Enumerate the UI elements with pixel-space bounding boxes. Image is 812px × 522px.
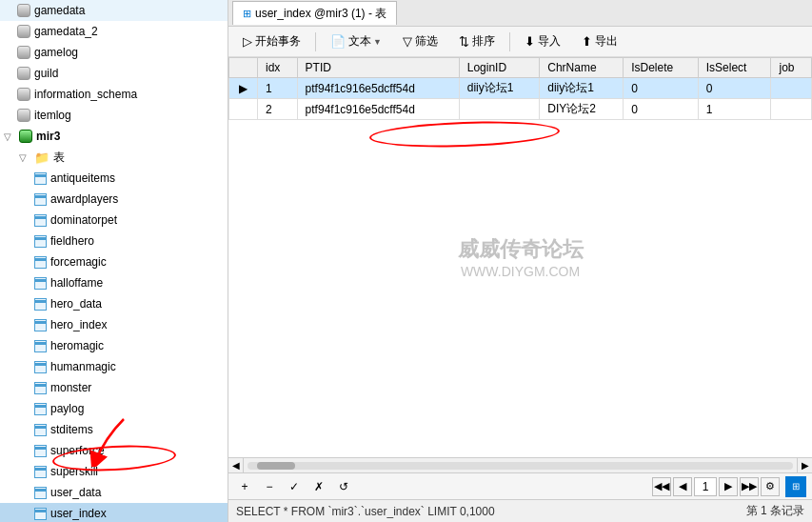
cell-isdelete[interactable]: 0	[624, 78, 699, 99]
sidebar-label: paylog	[50, 402, 84, 415]
sidebar-item-gamedata[interactable]: gamedata	[0, 0, 228, 21]
import-button[interactable]: ⬇ 导入	[516, 30, 569, 53]
sidebar-item-gamedata_2[interactable]: gamedata_2	[0, 21, 228, 42]
sidebar-item-stditems[interactable]: stditems	[0, 419, 228, 440]
sidebar-label: halloffame	[50, 276, 103, 290]
table-icon	[34, 403, 47, 415]
scroll-right-btn[interactable]: ▶	[797, 458, 812, 473]
cell-chrname[interactable]: DIY论坛2	[540, 99, 624, 120]
check-button[interactable]: ✓	[284, 476, 305, 497]
cell-isselect[interactable]: 0	[698, 78, 771, 99]
cell-chrname[interactable]: diiy论坛1	[540, 78, 624, 99]
nav-first-button[interactable]: ◀◀	[652, 477, 671, 496]
add-row-button[interactable]: +	[234, 476, 255, 497]
import-icon: ⬇	[525, 34, 535, 49]
sidebar-item-fieldhero[interactable]: fieldhero	[0, 231, 228, 251]
sidebar-label: gamelog	[34, 46, 78, 59]
sidebar-item-表[interactable]: ▽📁表	[0, 147, 228, 168]
nav-next-button[interactable]: ▶	[719, 477, 738, 496]
sidebar-item-mir3[interactable]: ▽mir3	[0, 126, 228, 147]
sort-button[interactable]: ⇅ 排序	[450, 30, 504, 53]
sidebar-item-forcemagic[interactable]: forcemagic	[0, 251, 228, 272]
sidebar-label: monster	[50, 381, 91, 394]
sidebar-item-superforce[interactable]: superforce	[0, 440, 228, 461]
db-icon	[17, 67, 34, 81]
cell-isselect[interactable]: 1	[698, 99, 771, 120]
nav-last-button[interactable]: ▶▶	[740, 477, 759, 496]
table-icon	[34, 487, 47, 499]
sidebar-label: 表	[53, 150, 65, 166]
sidebar-item-superskill[interactable]: superskill	[0, 461, 228, 482]
cell-loginid[interactable]: diiy论坛1	[459, 78, 540, 99]
sidebar-item-hero_data[interactable]: hero_data	[0, 293, 228, 314]
nav-settings-button[interactable]: ⚙	[761, 477, 780, 496]
sidebar-label: itemlog	[34, 109, 71, 122]
separator-1	[315, 32, 316, 51]
scroll-thumb[interactable]	[257, 462, 295, 470]
sidebar-item-hero_index[interactable]: hero_index	[0, 314, 228, 335]
expand-arrow[interactable]: ▽	[19, 152, 32, 163]
sidebar-item-information_schema[interactable]: information_schema	[0, 84, 228, 105]
nav-grid-button[interactable]: ⊞	[785, 476, 806, 497]
export-icon: ⬆	[582, 34, 592, 49]
nav-prev-button[interactable]: ◀	[673, 477, 692, 496]
sidebar-scroll[interactable]: gamedatagamedata_2gamelogguildinformatio…	[0, 0, 228, 522]
begin-transaction-button[interactable]: ▷ 开始事务	[234, 30, 309, 53]
horizontal-scrollbar[interactable]: ◀ ▶	[228, 457, 812, 472]
table-row[interactable]: 2ptf94f1c916e5dcff54dDIY论坛201	[229, 99, 812, 120]
sidebar-item-monster[interactable]: monster	[0, 377, 228, 398]
sidebar-label: stditems	[50, 423, 93, 436]
text-button[interactable]: 📄 文本 ▼	[322, 30, 390, 53]
sidebar-item-gamelog[interactable]: gamelog	[0, 42, 228, 63]
filter-button[interactable]: ▽ 筛选	[394, 30, 446, 53]
grid-icon: ⊞	[792, 481, 800, 492]
sidebar-item-awardplayers[interactable]: awardplayers	[0, 189, 228, 210]
filter-icon: ▽	[403, 34, 412, 49]
annotation-oval-row1	[369, 119, 561, 151]
text-dropdown-arrow: ▼	[373, 37, 382, 47]
table-icon	[34, 382, 47, 394]
cell-ptid[interactable]: ptf94f1c916e5dcff54d	[297, 78, 459, 99]
sidebar-label: superskill	[50, 465, 98, 478]
tab-bar: ⊞ user_index @mir3 (1) - 表	[228, 0, 812, 27]
sidebar-item-heromagic[interactable]: heromagic	[0, 335, 228, 356]
cell-loginid[interactable]	[459, 99, 540, 120]
nav-area: ◀◀ ◀ 1 ▶ ▶▶ ⚙ ⊞	[652, 476, 806, 497]
refresh-button[interactable]: ↺	[333, 476, 354, 497]
remove-row-button[interactable]: −	[259, 476, 280, 497]
refresh-icon: ↺	[339, 480, 348, 493]
sidebar-item-dominatorpet[interactable]: dominatorpet	[0, 210, 228, 231]
sidebar-item-itemlog[interactable]: itemlog	[0, 105, 228, 126]
sidebar-label: dominatorpet	[50, 213, 117, 227]
cell-job[interactable]	[771, 99, 812, 120]
cell-isdelete[interactable]: 0	[624, 99, 699, 120]
text-icon: 📄	[330, 34, 346, 49]
table-icon	[34, 277, 47, 290]
watermark-line1: 威威传奇论坛	[458, 235, 584, 264]
cell-idx[interactable]: 2	[258, 99, 298, 120]
sidebar-item-user_data[interactable]: user_data	[0, 482, 228, 503]
data-table: idx PTID LoginID ChrName IsDelete IsSele…	[228, 57, 812, 120]
transaction-icon: ▷	[243, 34, 252, 49]
sidebar-item-guild[interactable]: guild	[0, 63, 228, 84]
export-button[interactable]: ⬆ 导出	[573, 30, 626, 53]
tab-user-index[interactable]: ⊞ user_index @mir3 (1) - 表	[232, 1, 397, 25]
sidebar-item-halloffame[interactable]: halloffame	[0, 272, 228, 293]
table-area[interactable]: idx PTID LoginID ChrName IsDelete IsSele…	[228, 57, 812, 457]
cell-idx[interactable]: 1	[258, 78, 298, 99]
scroll-left-btn[interactable]: ◀	[228, 458, 244, 473]
expand-arrow[interactable]: ▽	[4, 131, 17, 142]
table-row[interactable]: ▶1ptf94f1c916e5dcff54ddiiy论坛1diiy论坛100	[229, 78, 812, 99]
sidebar-item-humanmagic[interactable]: humanmagic	[0, 356, 228, 377]
col-header-isdelete: IsDelete	[624, 58, 699, 78]
check-icon: ✓	[289, 480, 299, 493]
main-content: ⊞ user_index @mir3 (1) - 表 ▷ 开始事务 📄 文本 ▼…	[228, 0, 812, 522]
discard-icon: ✗	[314, 480, 324, 493]
discard-button[interactable]: ✗	[308, 476, 329, 497]
sidebar-item-antiqueitems[interactable]: antiqueitems	[0, 168, 228, 189]
cell-job[interactable]	[771, 78, 812, 99]
cell-ptid[interactable]: ptf94f1c916e5dcff54d	[297, 99, 459, 120]
db-icon	[17, 46, 34, 60]
sidebar-item-user_index[interactable]: user_index	[0, 503, 228, 522]
sidebar-item-paylog[interactable]: paylog	[0, 398, 228, 419]
